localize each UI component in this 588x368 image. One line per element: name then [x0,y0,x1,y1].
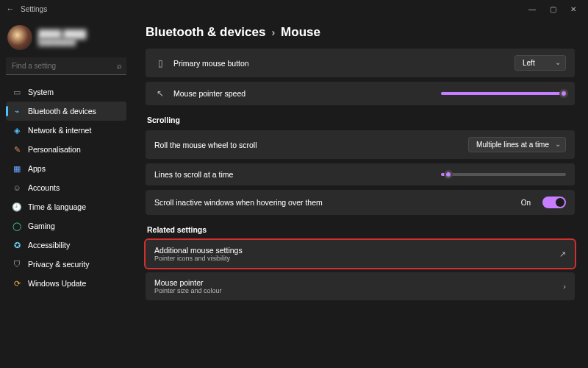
sidebar: ████ ████ ████████ ⌕ ▭System ⌁Bluetooth … [0,18,132,368]
sidebar-item-label: Time & language [28,202,86,211]
window-title: Settings [21,5,47,13]
avatar [7,25,32,50]
sidebar-item-apps[interactable]: ▦Apps [6,159,126,178]
brush-icon: ✎ [12,144,22,155]
titlebar: ← Settings ― ▢ ✕ [0,0,588,18]
scroll-wheel-row: Roll the mouse wheel to scroll Multiple … [146,130,575,159]
section-heading-related: Related settings [147,225,575,234]
sidebar-item-label: Windows Update [28,279,86,288]
dropdown-value: Multiple lines at a time [476,141,549,149]
sidebar-item-label: Privacy & security [28,260,89,269]
toggle-state-label: On [521,199,531,207]
sidebar-item-label: System [28,88,54,96]
breadcrumb: Bluetooth & devices › Mouse [146,25,575,40]
sidebar-item-personalisation[interactable]: ✎Personalisation [6,140,126,159]
minimize-button[interactable]: ― [522,5,542,13]
mouse-pointer-speed-row: ↖ Mouse pointer speed [146,82,575,105]
sidebar-item-label: Bluetooth & devices [28,107,96,116]
maximize-button[interactable]: ▢ [542,5,563,13]
sidebar-item-label: Personalisation [28,145,81,154]
additional-mouse-settings-link[interactable]: Additional mouse settings Pointer icons … [146,240,575,268]
shield-icon: ⛉ [12,259,22,269]
sidebar-item-system[interactable]: ▭System [6,82,126,102]
system-icon: ▭ [12,87,22,97]
setting-label: Lines to scroll at a time [154,170,434,179]
setting-label: Roll the mouse wheel to scroll [154,141,461,149]
search-icon: ⌕ [117,61,122,70]
mouse-pointer-link[interactable]: Mouse pointer Pointer size and colour › [146,272,575,300]
cursor-icon: ↖ [154,88,166,99]
update-icon: ⟳ [12,278,22,289]
sidebar-item-label: Gaming [28,222,55,230]
sidebar-item-accounts[interactable]: ☺Accounts [6,178,126,197]
section-heading-scrolling: Scrolling [147,116,575,124]
clock-icon: 🕘 [12,202,22,212]
sidebar-item-label: Apps [28,164,46,173]
page-title: Mouse [281,25,320,40]
sidebar-item-label: Accessibility [28,241,70,250]
wifi-icon: ◈ [12,125,22,135]
setting-label: Mouse pointer speed [173,89,434,98]
sidebar-item-network[interactable]: ◈Network & internet [6,121,126,140]
profile-name: ████ ████ [38,29,86,38]
chevron-right-icon: › [271,26,275,38]
lines-to-scroll-slider[interactable] [441,173,566,176]
profile-block[interactable]: ████ ████ ████████ [7,25,126,50]
primary-mouse-button-dropdown[interactable]: Left [514,55,566,71]
sidebar-item-accessibility[interactable]: ✪Accessibility [6,236,126,255]
chevron-right-icon: › [563,282,566,291]
sidebar-item-privacy[interactable]: ⛉Privacy & security [6,255,126,274]
close-button[interactable]: ✕ [563,5,584,13]
pointer-speed-slider[interactable] [441,92,566,95]
setting-label: Scroll inactive windows when hovering ov… [154,198,514,207]
profile-email: ████████ [38,38,86,46]
scroll-inactive-toggle[interactable] [542,197,566,208]
lines-to-scroll-row: Lines to scroll at a time [146,163,575,185]
scroll-inactive-row: Scroll inactive windows when hovering ov… [146,190,575,215]
mouse-icon: ▯ [154,58,166,68]
sidebar-item-label: Network & internet [28,126,91,135]
link-title: Mouse pointer [154,278,563,287]
link-subtitle: Pointer icons and visibility [154,255,559,262]
sidebar-item-label: Accounts [28,183,60,192]
link-subtitle: Pointer size and colour [154,287,563,294]
breadcrumb-parent[interactable]: Bluetooth & devices [146,25,265,40]
scroll-wheel-dropdown[interactable]: Multiple lines at a time [468,137,566,152]
setting-label: Primary mouse button [173,59,507,68]
person-icon: ☺ [12,183,22,193]
gaming-icon: ◯ [12,221,22,231]
search-box[interactable]: ⌕ [6,57,126,75]
back-button[interactable]: ← [4,4,16,13]
accessibility-icon: ✪ [12,240,22,250]
external-link-icon: ↗ [559,250,566,259]
apps-icon: ▦ [12,163,22,174]
sidebar-item-bluetooth-devices[interactable]: ⌁Bluetooth & devices [6,102,126,121]
dropdown-value: Left [523,59,535,67]
primary-mouse-button-row: ▯ Primary mouse button Left [146,49,575,77]
sidebar-item-time-language[interactable]: 🕘Time & language [6,197,126,216]
search-input[interactable] [6,57,126,75]
link-title: Additional mouse settings [154,246,559,255]
sidebar-item-gaming[interactable]: ◯Gaming [6,216,126,236]
bluetooth-icon: ⌁ [12,106,22,116]
content-pane: Bluetooth & devices › Mouse ▯ Primary mo… [132,18,588,368]
sidebar-item-windows-update[interactable]: ⟳Windows Update [6,274,126,293]
